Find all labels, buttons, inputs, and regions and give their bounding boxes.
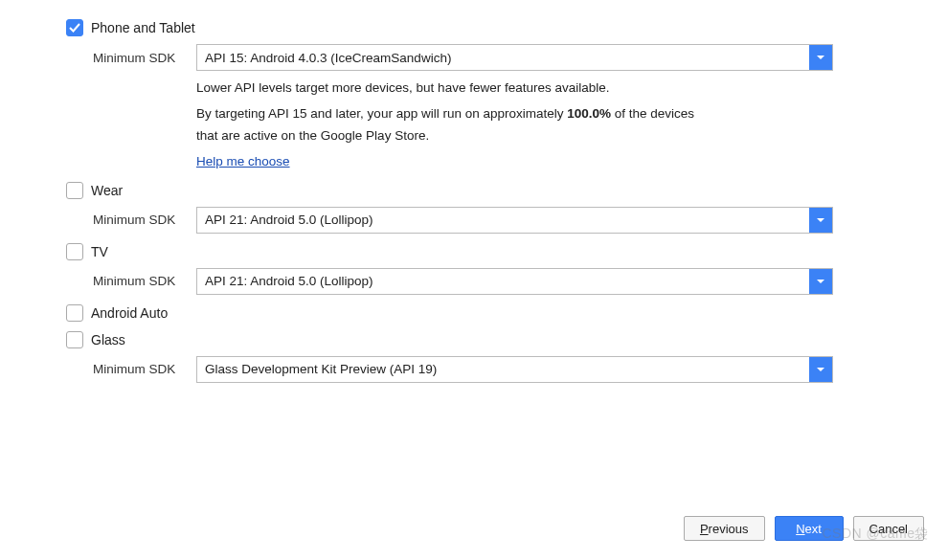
tv-sdk-value: API 21: Android 5.0 (Lollipop)	[197, 269, 809, 294]
glass-label: Glass	[91, 332, 125, 347]
wear-checkbox[interactable]	[66, 182, 83, 199]
tv-label: TV	[91, 244, 108, 259]
glass-sdk-label: Minimum SDK	[93, 362, 187, 376]
tv-sdk-select[interactable]: API 21: Android 5.0 (Lollipop)	[196, 268, 833, 295]
phone-tablet-sdk-label: Minimum SDK	[93, 51, 187, 65]
dropdown-arrow-icon	[809, 208, 832, 233]
wear-label: Wear	[91, 183, 123, 198]
dropdown-arrow-icon	[809, 45, 832, 70]
hint-line-2: By targeting API 15 and later, your app …	[196, 104, 828, 124]
tv-sdk-label: Minimum SDK	[93, 274, 187, 288]
phone-tablet-sdk-value: API 15: Android 4.0.3 (IceCreamSandwich)	[197, 45, 809, 70]
previous-button[interactable]: Previous	[684, 516, 765, 541]
android-auto-label: Android Auto	[91, 305, 168, 321]
cancel-button[interactable]: Cancel	[853, 516, 924, 541]
dropdown-arrow-icon	[809, 357, 832, 382]
hint-line-3: that are active on the Google Play Store…	[196, 126, 828, 146]
phone-tablet-checkbox[interactable]	[66, 19, 83, 36]
phone-tablet-label: Phone and Tablet	[91, 20, 195, 35]
help-me-choose-link[interactable]: Help me choose	[196, 154, 290, 168]
wear-sdk-select[interactable]: API 21: Android 5.0 (Lollipop)	[196, 207, 833, 234]
wear-sdk-label: Minimum SDK	[93, 213, 187, 227]
next-button[interactable]: Next	[775, 516, 844, 541]
tv-checkbox[interactable]	[66, 243, 83, 260]
phone-tablet-hint: Lower API levels target more devices, bu…	[196, 78, 828, 172]
glass-sdk-select[interactable]: Glass Development Kit Preview (API 19)	[196, 356, 833, 383]
hint-line-1: Lower API levels target more devices, bu…	[196, 78, 828, 99]
glass-sdk-value: Glass Development Kit Preview (API 19)	[197, 357, 809, 382]
wear-sdk-value: API 21: Android 5.0 (Lollipop)	[197, 208, 809, 233]
phone-tablet-sdk-select[interactable]: API 15: Android 4.0.3 (IceCreamSandwich)	[196, 44, 833, 71]
checkmark-icon	[69, 22, 80, 34]
dropdown-arrow-icon	[809, 269, 832, 294]
wizard-button-bar: Previous Next Cancel	[684, 516, 924, 541]
glass-checkbox[interactable]	[66, 331, 83, 348]
android-auto-checkbox[interactable]	[66, 304, 83, 322]
